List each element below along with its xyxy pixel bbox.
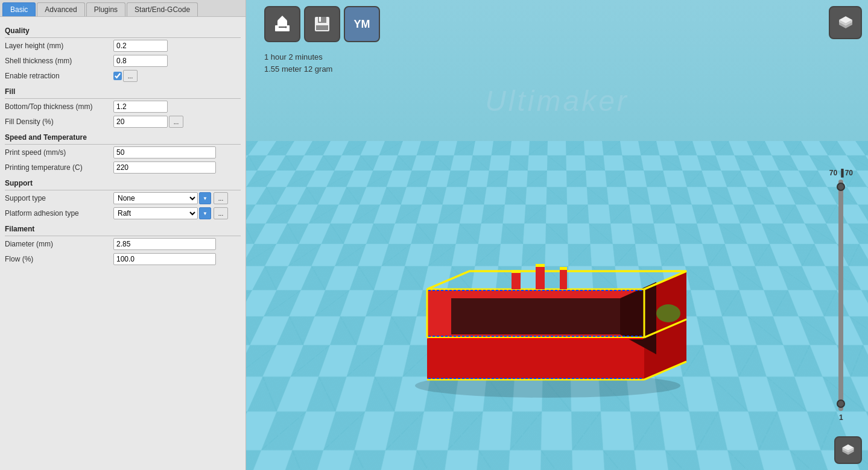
shell-thickness-input[interactable] [113, 55, 168, 67]
tab-basic[interactable]: Basic [2, 2, 36, 16]
slider-top-separator: ▐ [838, 169, 844, 177]
settings-area: Quality Layer height (mm) Shell thicknes… [0, 17, 246, 470]
platform-adhesion-extra-btn[interactable]: ... [214, 207, 228, 219]
slider-bottom-label: 1 [839, 413, 843, 422]
diameter-row: Diameter (mm) [5, 237, 241, 251]
layer-icon [837, 14, 855, 32]
save-icon [312, 14, 332, 34]
shell-thickness-row: Shell thickness (mm) [5, 54, 241, 67]
bottom-top-thickness-label: Bottom/Top thickness (mm) [5, 102, 113, 111]
svg-rect-29 [512, 271, 521, 289]
retraction-row: Enable retraction ... [5, 69, 241, 83]
print-speed-label: Print speed (mm/s) [5, 148, 113, 157]
print-info: 1 hour 2 minutes 1.55 meter 12 gram [264, 51, 332, 75]
ultimaker-watermark: Ultimaker [485, 84, 629, 118]
flow-input[interactable] [113, 253, 216, 265]
print-temp-row: Printing temperature (C) [5, 161, 241, 174]
tab-startend[interactable]: Start/End-GCode [127, 2, 198, 16]
platform-adhesion-dropdown-wrapper: Raft None Brim ... [113, 207, 228, 219]
svg-line-20 [427, 271, 469, 289]
fill-density-input[interactable] [113, 116, 168, 128]
slider-top-right: 70 [845, 169, 853, 177]
printer-icon-small [840, 442, 856, 458]
support-type-dropdown-wrapper: None Touching buildplate Everywhere ... [113, 192, 228, 204]
svg-rect-7 [319, 17, 321, 22]
svg-rect-3 [279, 27, 286, 28]
shell-thickness-label: Shell thickness (mm) [5, 57, 113, 65]
svg-rect-34 [560, 267, 567, 270]
speed-header: Speed and Temperature [5, 133, 241, 142]
svg-marker-10 [427, 337, 644, 380]
print-toolbar-icon[interactable] [264, 6, 300, 42]
diameter-label: Diameter (mm) [5, 240, 113, 248]
svg-marker-13 [451, 298, 620, 334]
svg-rect-32 [536, 264, 545, 267]
svg-rect-31 [536, 265, 545, 289]
bottom-top-thickness-row: Bottom/Top thickness (mm) [5, 100, 241, 113]
support-type-label: Support type [5, 194, 113, 202]
platform-adhesion-dropdown-arrow[interactable] [199, 207, 211, 219]
retraction-checkbox[interactable] [113, 72, 122, 80]
support-type-dropdown-arrow[interactable] [199, 192, 211, 204]
bottom-top-thickness-input[interactable] [113, 101, 168, 113]
slider-thumb-top[interactable] [837, 183, 845, 191]
print-temp-label: Printing temperature (C) [5, 163, 113, 172]
viewport-toolbar: YM [264, 6, 380, 42]
support-type-select[interactable]: None Touching buildplate Everywhere [113, 192, 198, 204]
slider-top-left: 70 [829, 169, 837, 177]
svg-point-4 [285, 27, 287, 28]
fill-density-extra-btn[interactable]: ... [169, 116, 183, 128]
retraction-checkbox-wrapper [113, 72, 122, 80]
support-type-extra-btn[interactable]: ... [214, 192, 228, 204]
ym-label: YM [354, 18, 370, 31]
filament-header: Filament [5, 225, 241, 233]
print-speed-input[interactable] [113, 146, 216, 158]
viewport[interactable]: Ultimaker YM 1 hour 2 minutes [246, 0, 868, 470]
fill-density-row: Fill Density (%) ... [5, 115, 241, 128]
fill-density-label: Fill Density (%) [5, 118, 113, 126]
print-temp-input[interactable] [113, 161, 216, 174]
slider-track[interactable] [838, 180, 843, 411]
support-type-row: Support type None Touching buildplate Ev… [5, 192, 241, 205]
svg-point-35 [656, 304, 680, 322]
fill-header: Fill [5, 87, 241, 96]
retraction-label: Enable retraction [5, 72, 113, 80]
print-time: 1 hour 2 minutes [264, 51, 332, 63]
ym-toolbar-icon[interactable]: YM [344, 6, 380, 42]
svg-rect-33 [560, 268, 567, 289]
save-toolbar-icon[interactable] [304, 6, 340, 42]
flow-row: Flow (%) [5, 252, 241, 266]
layer-height-input[interactable] [113, 40, 168, 52]
tab-advanced[interactable]: Advanced [37, 2, 84, 16]
layer-slider: 70 ▐ 70 1 [829, 169, 853, 422]
left-panel: Basic Advanced Plugins Start/End-GCode Q… [0, 0, 246, 470]
bottom-right-icon[interactable] [834, 436, 862, 464]
support-header: Support [5, 179, 241, 187]
diameter-input[interactable] [113, 238, 216, 250]
right-toolbar [829, 6, 862, 39]
svg-rect-8 [316, 25, 328, 30]
print-speed-row: Print speed (mm/s) [5, 146, 241, 159]
slider-top-label: 70 ▐ 70 [829, 169, 853, 177]
svg-marker-2 [277, 16, 287, 20]
tab-plugins[interactable]: Plugins [86, 2, 125, 16]
platform-adhesion-select[interactable]: Raft None Brim [113, 207, 198, 219]
svg-rect-1 [277, 20, 287, 27]
retraction-extra-btn[interactable]: ... [123, 70, 138, 82]
slider-thumb-bottom[interactable] [837, 400, 845, 408]
model-3d [379, 193, 717, 398]
platform-adhesion-label: Platform adhesion type [5, 209, 113, 218]
layer-height-row: Layer height (mm) [5, 39, 241, 52]
layer-view-icon[interactable] [829, 6, 862, 39]
quality-header: Quality [5, 27, 241, 35]
platform-adhesion-row: Platform adhesion type Raft None Brim ..… [5, 207, 241, 220]
layer-height-label: Layer height (mm) [5, 42, 113, 50]
print-material: 1.55 meter 12 gram [264, 63, 332, 75]
svg-rect-30 [512, 270, 521, 273]
tab-bar: Basic Advanced Plugins Start/End-GCode [0, 0, 246, 17]
flow-label: Flow (%) [5, 255, 113, 263]
print-icon [273, 14, 292, 34]
